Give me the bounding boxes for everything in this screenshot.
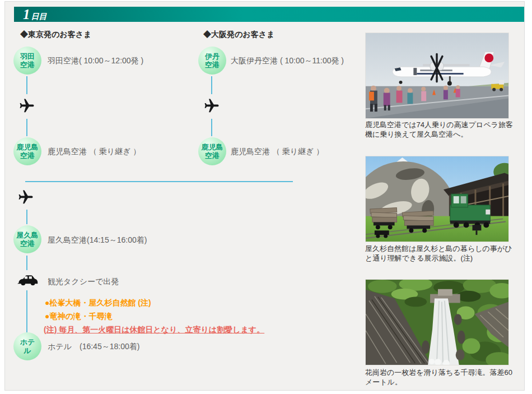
day-suffix: 日目 — [31, 12, 47, 22]
itinerary-page: 1 日目 ◆東京発のお客さま 羽田 空港 羽田空港( 10:00～12:00発 … — [0, 0, 532, 394]
airplane-icon — [203, 98, 220, 114]
closure-note: (注) 毎月、第一火曜日は休館日となり、立寄りは割愛します。 — [44, 325, 264, 335]
sightseeing-stop-2: ●竜神の滝・千尋滝 — [45, 312, 113, 322]
itami-airport-badge: 伊丹 空港 — [198, 47, 226, 75]
photo-yakusugi-museum — [365, 156, 509, 242]
kagoshima-airport-badge: 鹿児島 空港 — [198, 137, 226, 165]
photo-caption-plane: 鹿児島空港では74人乗りの高速プロペラ旅客機に乗り換えて屋久島空港へ。 — [365, 120, 515, 139]
sightseeing-stop-1: ●松峯大橋・屋久杉自然館 (注) — [45, 298, 151, 308]
timeline-connector — [211, 119, 212, 136]
taxi-label: 観光タクシーで出発 — [48, 277, 119, 287]
day-number: 1 — [23, 7, 30, 22]
photo-caption-waterfall: 花崗岩の一枚岩を滑り落ちる千尋滝。落差60メートル。 — [365, 368, 515, 387]
timeline-connector — [26, 76, 27, 94]
osaka-departure-heading: ◆大阪発のお客さま — [203, 30, 274, 40]
itami-departure-label: 大阪伊丹空港 ( 10:00～11:00発 ) — [231, 56, 344, 66]
photo-propeller-plane — [365, 33, 509, 119]
airplane-icon — [17, 189, 34, 206]
haneda-airport-badge: 羽田 空港 — [13, 47, 41, 75]
timeline-connector — [26, 210, 27, 224]
haneda-departure-label: 羽田空港( 10:00～12:00発 ) — [48, 56, 143, 66]
yakushima-airport-badge: 屋久島 空港 — [13, 225, 41, 253]
yakushima-arrival-label: 屋久島空港(14:15～16:00着) — [48, 235, 147, 245]
hotel-arrival-label: ホテル (16:45～18:00着) — [48, 342, 139, 352]
taxi-car-icon — [17, 274, 39, 288]
kagoshima-transfer-label: 鹿児島空港 （ 乗り継ぎ ） — [231, 147, 324, 157]
timeline-merge-line — [25, 181, 293, 182]
kagoshima-airport-badge: 鹿児島 空港 — [13, 137, 41, 165]
timeline-connector — [211, 76, 212, 94]
timeline-connector — [26, 119, 27, 136]
tokyo-departure-heading: ◆東京発のお客さま — [20, 30, 91, 40]
day-header-bar: 1 日目 — [14, 7, 524, 22]
hotel-badge: ホテ ル — [13, 332, 41, 360]
photo-senpiro-falls — [365, 279, 509, 365]
photo-caption-museum: 屋久杉自然館は屋久杉と島の暮らしの事がひと通り理解できる展示施設。(注) — [365, 244, 515, 263]
timeline-connector — [26, 256, 27, 270]
timeline-connector — [26, 290, 27, 332]
airplane-icon — [18, 98, 35, 114]
kagoshima-transfer-label: 鹿児島空港 （ 乗り継ぎ ） — [48, 147, 141, 157]
